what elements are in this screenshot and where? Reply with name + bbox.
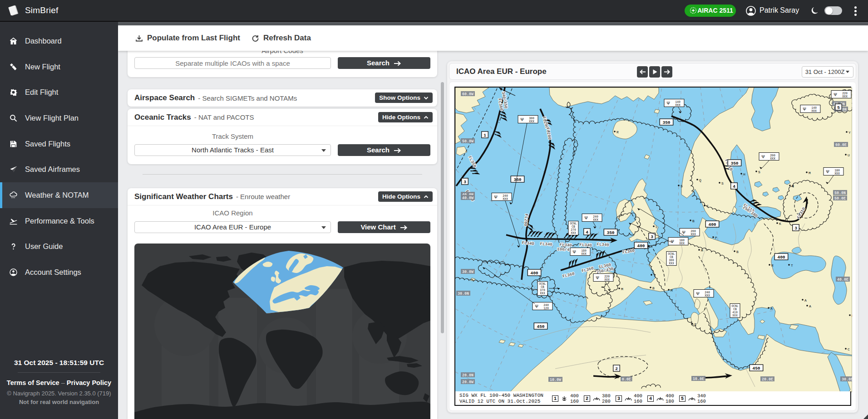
svg-text:120: 120 [543, 307, 549, 310]
svg-text:Ψ: Ψ [521, 117, 524, 122]
svg-text:CB: CB [733, 308, 737, 311]
svg-text:2: 2 [615, 366, 618, 371]
svg-text:Ψ: Ψ [585, 215, 588, 221]
svg-text:140: 140 [811, 107, 817, 110]
svg-text:220: 220 [842, 92, 848, 95]
svg-text:M: M [809, 171, 811, 175]
svg-text:3: 3 [794, 226, 797, 231]
svg-text:50.0E: 50.0E [834, 196, 846, 200]
svg-text:XXX: XXX [834, 172, 840, 175]
svg-text:M: M [621, 287, 623, 291]
svg-text:XXX: XXX [540, 292, 545, 295]
svg-text:Ψ: Ψ [671, 239, 674, 244]
svg-text:140: 140 [675, 101, 681, 104]
svg-text:Ψ: Ψ [834, 92, 837, 97]
svg-text:30.0W: 30.0W [462, 270, 473, 274]
svg-text:240: 240 [705, 291, 710, 294]
svg-text:XXX: XXX [669, 262, 674, 265]
svg-text:M: M [671, 288, 673, 292]
svg-text:350: 350 [662, 120, 670, 125]
svg-text:R: R [771, 263, 774, 268]
svg-text:A: A [809, 304, 811, 308]
svg-text:200: 200 [690, 230, 696, 233]
svg-text:XXX: XXX [503, 198, 508, 201]
svg-text:OCNL: OCNL [731, 305, 738, 308]
svg-text:50.0W: 50.0W [462, 139, 473, 143]
svg-text:XXX: XXX [581, 253, 587, 256]
svg-text:XXX: XXX [705, 294, 710, 297]
svg-text:160: 160 [581, 249, 587, 253]
svg-text:Ψ: Ψ [596, 275, 599, 281]
svg-text:Ψ: Ψ [826, 169, 829, 175]
svg-text:4: 4 [733, 184, 735, 189]
svg-text:FL340: FL340 [579, 243, 592, 248]
svg-text:180: 180 [834, 169, 840, 172]
svg-text:FL340: FL340 [540, 242, 552, 247]
svg-text:240: 240 [543, 304, 549, 307]
svg-text:OCNL: OCNL [668, 253, 675, 256]
svg-text:L: L [656, 225, 658, 229]
svg-text:B: B [652, 286, 655, 290]
svg-text:K: K [779, 222, 781, 226]
svg-text:Ψ: Ψ [803, 107, 806, 112]
svg-text:CB: CB [541, 286, 544, 289]
svg-text:S: S [758, 170, 760, 174]
svg-text:400: 400 [708, 222, 716, 227]
svg-text:XXX: XXX [732, 314, 738, 317]
svg-text:370: 370 [540, 289, 545, 292]
svg-text:50.0N: 50.0N [834, 191, 846, 195]
svg-text:1: 1 [483, 133, 486, 138]
svg-text:B: B [692, 219, 695, 223]
svg-text:M: M [701, 248, 703, 253]
svg-text:XXX: XXX [593, 219, 598, 222]
svg-text:20.0W: 20.0W [462, 380, 473, 384]
svg-text:30.0E: 30.0E [842, 377, 852, 381]
svg-text:D: D [852, 314, 852, 318]
svg-text:240: 240 [593, 215, 598, 219]
svg-text:270: 270 [571, 229, 576, 232]
svg-text:A: A [804, 298, 807, 302]
svg-text:P: P [715, 236, 717, 240]
svg-text:220: 220 [604, 275, 610, 278]
svg-text:240: 240 [503, 195, 508, 198]
svg-text:5: 5 [837, 105, 840, 110]
svg-text:XXX: XXX [571, 232, 576, 235]
svg-text:450: 450 [537, 324, 544, 329]
svg-text:30.0N: 30.0N [458, 292, 469, 296]
svg-text:300: 300 [529, 117, 534, 120]
svg-text:60.0W: 60.0W [462, 92, 473, 96]
svg-text:400: 400 [777, 255, 785, 260]
svg-text:XXX: XXX [529, 120, 534, 123]
svg-text:180: 180 [679, 239, 685, 242]
svg-text:H: H [743, 172, 745, 176]
svg-text:200: 200 [770, 154, 775, 157]
svg-text:300: 300 [669, 259, 674, 262]
svg-text:Y: Y [848, 131, 851, 135]
svg-text:XXX: XXX [679, 242, 685, 245]
svg-text:10.0W: 10.0W [550, 378, 561, 382]
svg-text:U: U [848, 153, 850, 157]
svg-text:350: 350 [607, 230, 614, 235]
svg-text:400: 400 [530, 271, 538, 276]
svg-text:C: C [848, 347, 850, 351]
svg-text:Q: Q [699, 178, 701, 182]
svg-text:XXX: XXX [604, 278, 610, 282]
svg-text:S: S [721, 181, 724, 185]
svg-text:40.0E: 40.0E [837, 278, 848, 282]
svg-text:20.0E: 20.0E [762, 377, 773, 381]
svg-text:410: 410 [732, 311, 738, 314]
svg-text:40.0W: 40.0W [462, 196, 473, 200]
svg-text:CB: CB [572, 225, 575, 229]
svg-text:OCNL: OCNL [539, 283, 546, 286]
svg-text:R: R [616, 130, 619, 134]
svg-text:B: B [736, 250, 739, 254]
svg-text:20.0N: 20.0N [462, 373, 473, 377]
svg-text:Ψ: Ψ [696, 291, 700, 297]
svg-text:T: T [653, 273, 656, 278]
svg-text:FL340: FL340 [597, 242, 609, 247]
svg-text:S: S [681, 184, 683, 188]
svg-text:350: 350 [513, 177, 521, 182]
svg-text:60.0E: 60.0E [835, 143, 847, 147]
svg-text:Ψ: Ψ [573, 249, 576, 255]
svg-text:400: 400 [637, 244, 645, 248]
